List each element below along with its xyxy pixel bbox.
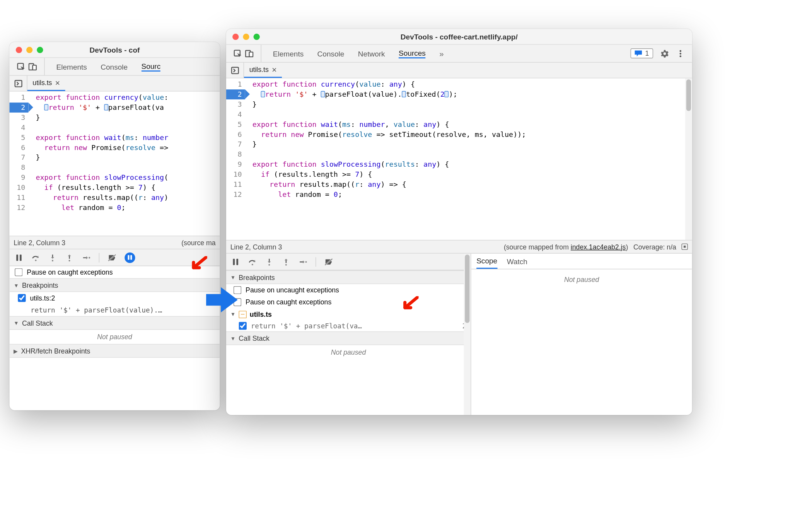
- device-toggle-icon[interactable]: [245, 49, 254, 58]
- step-icon[interactable]: [299, 258, 307, 266]
- svg-point-7: [52, 260, 53, 261]
- close-icon[interactable]: ×: [55, 78, 60, 87]
- tab-sources[interactable]: Sources: [399, 49, 426, 58]
- not-paused-label: Not paused: [9, 330, 220, 344]
- breakpoint-snippet: return '$' + parseFloat(va…: [251, 322, 362, 330]
- titlebar[interactable]: DevTools - coffee-cart.netlify.app/: [226, 29, 692, 45]
- tab-scope[interactable]: Scope: [476, 254, 497, 269]
- transition-arrow-icon: [205, 286, 239, 314]
- step-out-icon[interactable]: [65, 253, 74, 262]
- tab-sources[interactable]: Sourc: [141, 62, 160, 71]
- breakpoint-checkbox[interactable]: [18, 294, 26, 302]
- xhr-breakpoints-header[interactable]: ▶ XHR/fetch Breakpoints: [9, 344, 220, 357]
- tab-watch[interactable]: Watch: [507, 254, 527, 269]
- pause-icon[interactable]: [15, 253, 23, 262]
- breakpoint-checkbox[interactable]: [239, 322, 246, 330]
- file-tab-utils[interactable]: utils.ts ×: [27, 76, 65, 91]
- main-toolbar: Elements Console Sourc: [9, 58, 220, 76]
- show-navigator-icon[interactable]: [226, 63, 244, 78]
- close-icon[interactable]: [232, 33, 239, 39]
- svg-point-21: [252, 263, 253, 265]
- close-icon[interactable]: [16, 46, 22, 53]
- code-editor[interactable]: 1234 5678 9101112 export function curren…: [9, 92, 220, 236]
- tab-network[interactable]: Network: [358, 49, 385, 58]
- scrollbar[interactable]: [685, 79, 692, 240]
- device-toggle-icon[interactable]: [28, 62, 37, 71]
- file-tab-label: utils.ts: [249, 66, 269, 73]
- tab-console[interactable]: Console: [101, 62, 128, 71]
- breakpoints-header[interactable]: ▼ Breakpoints: [9, 278, 220, 292]
- file-tab-utils[interactable]: utils.ts ×: [244, 63, 282, 78]
- breakpoint-file-row[interactable]: ▼ utils.ts: [226, 308, 471, 320]
- svg-point-6: [35, 259, 36, 261]
- minimize-icon[interactable]: [243, 33, 249, 39]
- debugger-right-panel: Scope Watch Not paused: [471, 254, 692, 415]
- show-navigator-icon[interactable]: [9, 76, 27, 91]
- gear-icon[interactable]: [660, 49, 669, 58]
- issues-icon: [635, 50, 642, 56]
- titlebar[interactable]: DevTools - cof: [9, 42, 220, 58]
- svg-point-16: [680, 53, 682, 55]
- editor-status: Line 2, Column 3 (source mapped from ind…: [226, 240, 692, 253]
- not-paused-label: Not paused: [226, 345, 471, 359]
- code-content: export function currency(value: return '…: [28, 92, 168, 236]
- file-tab-label: utils.ts: [32, 79, 52, 87]
- cursor-position: Line 2, Column 3: [230, 243, 282, 251]
- tab-elements[interactable]: Elements: [273, 49, 304, 58]
- pause-icon[interactable]: [231, 258, 240, 266]
- devtools-window-right: DevTools - coffee-cart.netlify.app/ Elem…: [226, 29, 692, 415]
- step-over-icon[interactable]: [248, 258, 257, 266]
- deactivate-breakpoints-icon[interactable]: [108, 253, 116, 262]
- chevron-down-icon: ▼: [230, 274, 235, 280]
- chevron-right-icon: ▶: [14, 348, 18, 354]
- scrollbar[interactable]: [464, 254, 471, 415]
- tab-elements[interactable]: Elements: [56, 62, 87, 71]
- typescript-file-icon: [239, 311, 246, 318]
- issues-badge[interactable]: 1: [630, 48, 653, 58]
- step-over-icon[interactable]: [32, 253, 40, 262]
- inspect-element-icon[interactable]: [234, 49, 242, 58]
- pause-on-exceptions-icon[interactable]: [125, 252, 135, 263]
- svg-rect-14: [249, 52, 253, 56]
- callstack-header[interactable]: ▼ Call Stack: [9, 316, 220, 330]
- debugger-controls: [226, 254, 471, 271]
- code-editor[interactable]: 1234 5678 9101112 export function curren…: [226, 79, 692, 240]
- code-content: export function currency(value: any) { r…: [245, 79, 526, 240]
- tab-console[interactable]: Console: [317, 49, 345, 58]
- source-map-info-cut: (source ma: [181, 239, 215, 246]
- more-tabs-icon[interactable]: »: [439, 49, 442, 58]
- coverage-label: Coverage: n/a: [633, 243, 676, 251]
- step-icon[interactable]: [82, 253, 90, 262]
- chevron-down-icon: ▼: [230, 335, 235, 341]
- svg-point-15: [680, 50, 682, 52]
- svg-rect-4: [16, 254, 18, 261]
- svg-rect-2: [32, 65, 36, 70]
- svg-point-8: [68, 260, 70, 261]
- svg-point-17: [680, 55, 682, 57]
- minimize-icon[interactable]: [26, 46, 32, 53]
- maximize-icon[interactable]: [254, 33, 260, 39]
- mapped-file-link[interactable]: index.1ac4eab2.js: [571, 243, 626, 251]
- pause-caught-checkbox[interactable]: [15, 268, 22, 276]
- close-icon[interactable]: ×: [272, 65, 277, 74]
- breakpoint-location: utils.ts:2: [30, 294, 55, 302]
- editor-status: Line 2, Column 3 (source ma: [9, 236, 220, 249]
- red-callout-arrow-icon: [191, 256, 207, 270]
- step-into-icon[interactable]: [48, 253, 57, 262]
- svg-rect-19: [233, 258, 235, 265]
- debugger-left-panel: ▼ Breakpoints Pause on uncaught exceptio…: [226, 254, 471, 415]
- deactivate-breakpoints-icon[interactable]: [324, 258, 333, 266]
- scope-watch-tabs: Scope Watch: [471, 254, 692, 270]
- maximize-icon[interactable]: [37, 46, 43, 53]
- main-toolbar: Elements Console Network Sources » 1: [226, 45, 692, 63]
- step-into-icon[interactable]: [265, 258, 273, 266]
- issues-count: 1: [645, 50, 649, 57]
- show-details-icon[interactable]: [682, 244, 688, 250]
- breakpoints-header[interactable]: ▼ Breakpoints: [226, 270, 471, 284]
- kebab-menu-icon[interactable]: [676, 49, 685, 58]
- breakpoint-line-row[interactable]: return '$' + parseFloat(va… 2: [226, 320, 471, 331]
- inspect-element-icon[interactable]: [17, 62, 26, 71]
- cursor-position: Line 2, Column 3: [14, 239, 65, 246]
- step-out-icon[interactable]: [282, 258, 290, 266]
- callstack-header[interactable]: ▼ Call Stack: [226, 331, 471, 345]
